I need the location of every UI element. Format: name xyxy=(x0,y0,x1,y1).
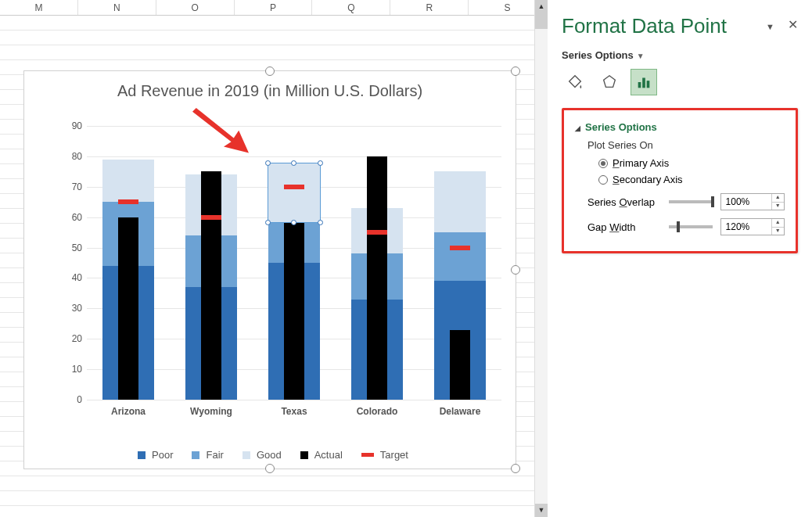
series-overlap-input[interactable]: ▲▼ xyxy=(720,193,785,210)
spinner-down[interactable]: ▼ xyxy=(772,228,784,235)
worksheet-area[interactable]: MNOPQRS Ad Revenue in 2019 (in Million U… xyxy=(0,0,548,517)
close-icon[interactable]: ✕ xyxy=(788,17,798,32)
column-header[interactable]: N xyxy=(78,0,156,15)
series-options-icon[interactable] xyxy=(631,69,657,95)
bar-group[interactable]: Texas xyxy=(268,126,320,400)
pane-title: Format Data Point xyxy=(562,14,798,38)
resize-handle[interactable] xyxy=(265,66,275,76)
plot-series-on-label: Plot Series On xyxy=(587,139,785,151)
bar-group[interactable]: Delaware xyxy=(434,126,486,400)
series-options-dropdown[interactable]: Series Options▼ xyxy=(562,49,798,61)
column-header[interactable]: Q xyxy=(312,0,390,15)
svg-rect-1 xyxy=(638,82,641,88)
vertical-scrollbar[interactable]: ▲ ▼ xyxy=(534,0,548,517)
effects-icon[interactable] xyxy=(596,69,623,95)
format-task-pane: Format Data Point ▼ ✕ Series Options▼ Se… xyxy=(548,0,812,517)
scroll-up-button[interactable]: ▲ xyxy=(535,0,548,13)
category-label: Texas xyxy=(268,406,320,417)
legend-item[interactable]: Fair xyxy=(185,449,223,461)
series-overlap-slider[interactable] xyxy=(669,200,713,203)
fill-icon[interactable] xyxy=(562,69,588,95)
spinner-down[interactable]: ▼ xyxy=(772,203,784,210)
legend-item[interactable]: Target xyxy=(355,449,408,461)
gap-width-label: Gap Width xyxy=(587,221,661,233)
bar-group[interactable]: Wyoming xyxy=(185,126,237,400)
callout-arrow xyxy=(185,108,250,158)
bar-group[interactable]: Colorado xyxy=(351,126,403,400)
pane-category-icons xyxy=(562,69,798,95)
category-label: Colorado xyxy=(351,406,403,417)
plot-area[interactable]: 0102030405060708090 ArizonaWyomingTexasC… xyxy=(63,126,501,400)
resize-handle[interactable] xyxy=(511,265,520,275)
primary-axis-radio[interactable]: Primary Axis xyxy=(598,157,785,169)
spinner-up[interactable]: ▲ xyxy=(772,194,784,203)
column-header[interactable]: M xyxy=(0,0,78,15)
category-label: Wyoming xyxy=(185,406,237,417)
column-headers[interactable]: MNOPQRS xyxy=(0,0,547,16)
legend-item[interactable]: Poor xyxy=(131,449,173,461)
spinner-up[interactable]: ▲ xyxy=(772,219,784,228)
series-options-section-header[interactable]: Series Options xyxy=(575,121,785,133)
gap-width-input[interactable]: ▲▼ xyxy=(720,218,785,235)
chart-title[interactable]: Ad Revenue in 2019 (in Million U.S. Doll… xyxy=(24,82,516,100)
secondary-axis-radio[interactable]: Secondary Axis xyxy=(598,174,785,185)
chart-object[interactable]: Ad Revenue in 2019 (in Million U.S. Doll… xyxy=(23,70,516,469)
legend-item[interactable]: Actual xyxy=(294,449,343,461)
pane-options-dropdown[interactable]: ▼ xyxy=(766,22,774,31)
scroll-thumb[interactable] xyxy=(535,13,548,29)
column-header[interactable]: R xyxy=(390,0,469,15)
y-axis: 0102030405060708090 xyxy=(63,126,87,400)
primary-axis-label: rimary Axis xyxy=(620,157,670,169)
series-overlap-label: Series Overlap xyxy=(587,196,661,208)
secondary-axis-label: econdary Axis xyxy=(620,174,683,185)
column-header[interactable]: O xyxy=(156,0,235,15)
bar-group[interactable]: Arizona xyxy=(102,126,154,400)
category-label: Arizona xyxy=(102,406,154,417)
svg-rect-3 xyxy=(647,81,650,88)
series-options-highlight: Series Options Plot Series On Primary Ax… xyxy=(562,108,798,253)
svg-rect-2 xyxy=(642,78,645,88)
gap-width-slider[interactable] xyxy=(669,225,713,228)
scroll-down-button[interactable]: ▼ xyxy=(535,504,548,517)
column-header[interactable]: P xyxy=(235,0,313,15)
svg-marker-0 xyxy=(604,76,616,88)
chart-legend[interactable]: PoorFairGoodActualTarget xyxy=(24,449,516,461)
resize-handle[interactable] xyxy=(265,464,275,473)
resize-handle[interactable] xyxy=(511,66,520,76)
resize-handle[interactable] xyxy=(511,464,520,473)
category-label: Delaware xyxy=(434,406,486,417)
legend-item[interactable]: Good xyxy=(236,449,282,461)
